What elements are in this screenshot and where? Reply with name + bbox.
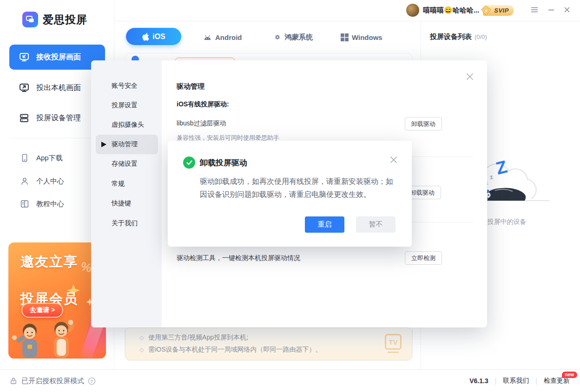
- menu-label: 快捷键: [112, 199, 131, 208]
- sidebar-item-label: 投出本机画面: [36, 83, 81, 93]
- new-badge: new: [562, 372, 577, 378]
- phone-icon: [20, 153, 30, 163]
- driver1-name: libusb过滤层驱动: [177, 119, 226, 128]
- minimize-icon[interactable]: [547, 6, 555, 13]
- tab-android[interactable]: Android: [203, 31, 242, 43]
- auth-mode-text: 已开启授权投屏模式: [21, 377, 84, 385]
- tab-label: Android: [215, 33, 242, 41]
- apple-icon: [142, 33, 149, 41]
- app-window: 嘻嘻嘻😄哈哈哈... V SVIP 爱思投屏: [0, 0, 580, 392]
- promo-kids-illustration: [10, 317, 85, 359]
- dialog-close-icon[interactable]: [389, 156, 398, 164]
- help-icon[interactable]: ?: [88, 377, 96, 385]
- menu-icon[interactable]: [531, 6, 538, 13]
- app-logo: 爱思投屏: [22, 12, 87, 27]
- dialog-title: 卸载投屏驱动: [200, 157, 247, 168]
- svg-text:?: ?: [91, 378, 93, 383]
- settings-menu-camera[interactable]: 虚拟摄像头: [96, 115, 158, 135]
- titlebar-user-area: 嘻嘻嘻😄哈哈哈... V SVIP: [406, 4, 514, 17]
- selected-arrow-icon: [101, 142, 106, 147]
- settings-close-icon[interactable]: [466, 72, 474, 81]
- settings-menu-account[interactable]: 账号安全: [96, 76, 158, 96]
- settings-menu-storage[interactable]: 存储设置: [96, 154, 158, 174]
- tv-icon-base: [388, 352, 399, 353]
- invite-button[interactable]: 去邀请 >: [21, 303, 63, 318]
- device-stack-icon: [19, 112, 30, 124]
- device-list-title: 投屏设备列表: [430, 33, 472, 41]
- tab-windows[interactable]: Windows: [341, 31, 382, 43]
- separator: |: [535, 377, 537, 385]
- sidebar-item-label: 教程中心: [36, 200, 64, 209]
- settings-menu-general[interactable]: 常规: [96, 174, 158, 194]
- vip-diamond-icon: V: [480, 6, 492, 16]
- book-icon: [20, 199, 30, 209]
- settings-menu-driver[interactable]: 驱动管理: [96, 135, 158, 154]
- app-logo-icon: [22, 12, 38, 27]
- dialog-body-text: 驱动卸载成功，如再次使用有线投屏，请重新安装驱动；如因设备识别问题卸载驱动，请重…: [200, 175, 400, 201]
- android-icon: [203, 33, 212, 41]
- windows-icon: [341, 33, 349, 41]
- sidebar-item-label: App下载: [36, 154, 63, 163]
- menu-label: 关于我们: [112, 219, 138, 228]
- tab-harmony[interactable]: 鸿蒙系统: [273, 31, 313, 43]
- not-now-button[interactable]: 暂不: [356, 216, 395, 233]
- lock-icon: [9, 377, 18, 385]
- success-check-icon: [183, 157, 195, 169]
- diamond-bullet-icon: ◇: [139, 346, 144, 353]
- status-bar: 已开启授权投屏模式 ? V6.1.3 | 联系我们 | 检查更新 new: [0, 369, 580, 392]
- sidebar-item-label: 个人中心: [36, 177, 64, 186]
- username[interactable]: 嘻嘻嘻😄哈哈哈...: [423, 6, 479, 15]
- cast-out-icon: [19, 82, 30, 93]
- tv-icon: TV: [385, 334, 402, 350]
- tips-box: ◇ 使用第三方音/视频App投屏到本机; ◇ 需iOS设备与本机处于同一局域网络…: [125, 327, 412, 360]
- driver-section-label: iOS有线投屏驱动:: [177, 100, 229, 109]
- driver-detect-text: 驱动检测工具，一键检测本机投屏驱动情况: [177, 254, 300, 262]
- svip-badge[interactable]: V SVIP: [483, 5, 514, 16]
- check-update-link[interactable]: 检查更新 new: [544, 377, 570, 385]
- tv-icon-label: TV: [389, 338, 397, 346]
- uninstall-driver1-button[interactable]: 卸载驱动: [405, 117, 442, 131]
- tab-ios[interactable]: iOS: [126, 28, 181, 45]
- menu-label: 存储设置: [112, 160, 138, 168]
- device-list-count: (0/0): [475, 33, 487, 40]
- uninstall-driver-dialog: 卸载投屏驱动 驱动卸载成功，如再次使用有线投屏，请重新安装驱动；如因设备识别问题…: [168, 141, 412, 247]
- settings-section-title: 驱动管理: [177, 82, 204, 91]
- menu-label: 常规: [112, 180, 125, 188]
- tip-text: 需iOS设备与本机处于同一局域网络内（即同一路由器下）。: [148, 346, 322, 354]
- settings-menu-about[interactable]: 关于我们: [96, 214, 158, 233]
- menu-label: 驱动管理: [112, 140, 138, 149]
- sidebar-item-label: 投屏设备管理: [36, 113, 81, 123]
- receive-screen-icon: [19, 52, 30, 63]
- menu-label: 账号安全: [112, 82, 138, 90]
- tab-label: 鸿蒙系统: [285, 33, 313, 42]
- svip-label: SVIP: [494, 7, 509, 14]
- user-icon: [20, 176, 30, 186]
- harmony-flower-icon: [273, 33, 282, 41]
- version-label: V6.1.3: [469, 377, 488, 385]
- tab-label: Windows: [352, 33, 382, 41]
- menu-label: 虚拟摄像头: [112, 121, 144, 129]
- detect-now-button[interactable]: 立即检测: [405, 251, 442, 265]
- tip-text: 使用第三方音/视频App投屏到本机;: [148, 333, 248, 342]
- tab-label: iOS: [152, 33, 165, 41]
- menu-label: 投屏设置: [112, 101, 138, 110]
- settings-menu: 账号安全 投屏设置 虚拟摄像头 驱动管理 存储设置 常规 快捷键 关于我们: [91, 60, 162, 327]
- sidebar-item-label: 接收投屏画面: [36, 52, 81, 62]
- separator: |: [495, 377, 497, 385]
- app-title: 爱思投屏: [43, 13, 87, 27]
- close-window-icon[interactable]: [563, 6, 571, 13]
- contact-us-link[interactable]: 联系我们: [503, 377, 529, 385]
- settings-menu-hotkeys[interactable]: 快捷键: [96, 194, 158, 213]
- svg-text:V: V: [485, 8, 488, 13]
- restart-button[interactable]: 重启: [305, 216, 344, 233]
- settings-menu-cast[interactable]: 投屏设置: [96, 96, 158, 115]
- diamond-bullet-icon: ◇: [139, 334, 144, 341]
- avatar[interactable]: [406, 4, 419, 17]
